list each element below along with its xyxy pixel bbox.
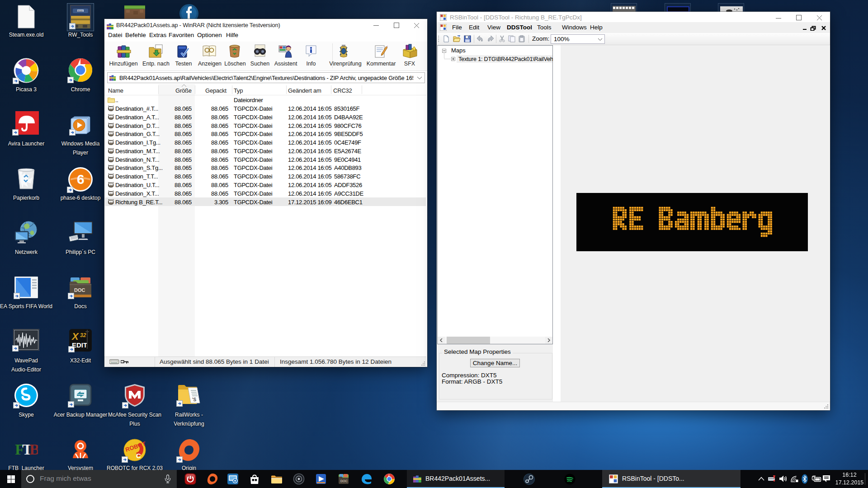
svg-text:32: 32 xyxy=(80,332,86,338)
svg-text:B: B xyxy=(29,441,38,458)
svg-text:C: C xyxy=(136,452,141,460)
svg-text:'S: 'S xyxy=(192,397,196,402)
svg-text:DOC: DOC xyxy=(340,479,348,483)
svg-text:X: X xyxy=(71,331,79,342)
svg-text:DOC: DOC xyxy=(74,287,85,293)
svg-text:6: 6 xyxy=(77,172,85,187)
